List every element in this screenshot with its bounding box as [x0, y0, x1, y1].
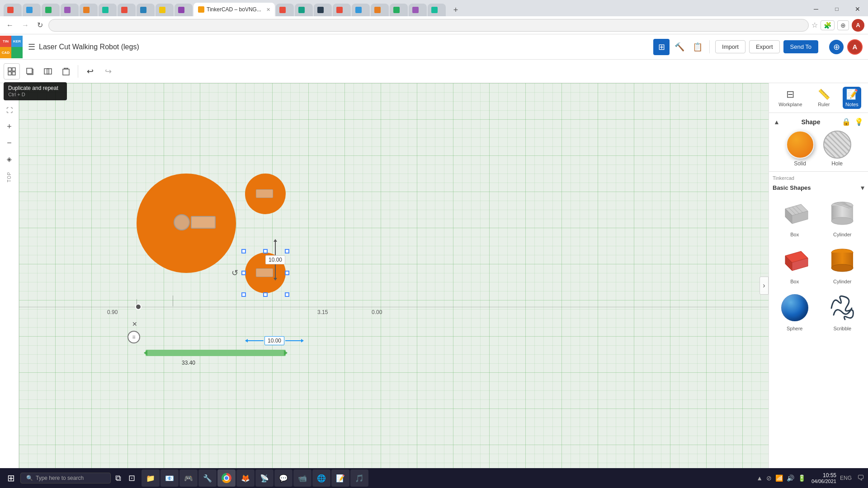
- shape-item-box-gray[interactable]: Box: [773, 196, 817, 239]
- shape-option-solid[interactable]: Solid: [786, 131, 814, 167]
- back-btn[interactable]: ←: [4, 20, 16, 30]
- tab-14[interactable]: [333, 4, 351, 16]
- tray-icon-1[interactable]: ▲: [756, 474, 763, 482]
- copy-btn[interactable]: [22, 63, 38, 80]
- start-btn[interactable]: ⊞: [4, 471, 19, 485]
- tab-4[interactable]: [61, 4, 79, 16]
- hammer-btn[interactable]: 🔨: [671, 39, 688, 55]
- tray-icon-2[interactable]: ⊘: [766, 474, 772, 482]
- zoom-in-btn[interactable]: +: [2, 119, 17, 134]
- tab-9[interactable]: [156, 4, 174, 16]
- shape-item-sphere[interactable]: Sphere: [773, 290, 817, 333]
- taskbar-app-5[interactable]: 🦊: [236, 469, 255, 487]
- dim-label-horizontal: 10.00: [264, 336, 284, 345]
- layers-btn[interactable]: 📋: [689, 39, 706, 55]
- task-view-btn[interactable]: ⧉: [113, 472, 124, 485]
- tab-3[interactable]: [42, 4, 60, 16]
- canvas-area[interactable]: ↺ 10.00 10.00: [19, 83, 769, 488]
- tab-17[interactable]: [390, 4, 408, 16]
- rotate-handle[interactable]: ↺: [231, 268, 238, 278]
- taskbar-app-10[interactable]: 📝: [331, 469, 349, 487]
- workplane-tool[interactable]: ⊟ Workplane: [776, 87, 805, 109]
- send-to-btn[interactable]: Send To: [783, 40, 818, 53]
- shape-item-scribble[interactable]: Scribble: [821, 290, 865, 333]
- tab-12[interactable]: [295, 4, 313, 16]
- tray-icon-network[interactable]: 📶: [775, 474, 783, 482]
- fit-view-btn[interactable]: ⛶: [2, 103, 17, 117]
- tab-10[interactable]: [175, 4, 193, 16]
- search-btn[interactable]: 🔍 Type here to search: [20, 473, 111, 483]
- tab-11[interactable]: [276, 4, 294, 16]
- taskbar-app-3[interactable]: 🎮: [179, 469, 198, 487]
- taskbar-app-6[interactable]: 📡: [255, 469, 274, 487]
- taskbar-app-1[interactable]: 📁: [142, 469, 160, 487]
- tab-15[interactable]: [352, 4, 370, 16]
- shape-small-circle-top[interactable]: [245, 174, 286, 214]
- tab-13[interactable]: [314, 4, 332, 16]
- import-btn[interactable]: Import: [715, 40, 745, 53]
- tab-16[interactable]: [371, 4, 389, 16]
- forward-btn[interactable]: →: [19, 20, 32, 30]
- tab-6[interactable]: [99, 4, 117, 16]
- taskbar-app-7[interactable]: 💬: [274, 469, 292, 487]
- maximize-btn[interactable]: □: [826, 2, 847, 16]
- grid-view-btn[interactable]: ⊞: [653, 39, 670, 55]
- undo-btn[interactable]: ↩: [82, 63, 98, 80]
- taskbar-app-11[interactable]: 🎵: [350, 469, 368, 487]
- group-btn[interactable]: [40, 63, 56, 80]
- shape-item-box-red[interactable]: Box: [773, 243, 817, 286]
- canvas-circle-menu[interactable]: ≡: [127, 331, 140, 343]
- taskbar-app-4[interactable]: 🔧: [198, 469, 217, 487]
- user-avatar-nav[interactable]: A: [852, 19, 864, 32]
- zoom-out-btn[interactable]: −: [2, 136, 17, 150]
- shape-item-cyl-orange[interactable]: Cylinder: [821, 243, 865, 286]
- notification-btn[interactable]: 🗨: [857, 474, 864, 482]
- view-cube-btn[interactable]: ◈: [2, 152, 17, 166]
- bookmark-btn[interactable]: ☆: [811, 21, 818, 29]
- extensions-btn[interactable]: 🧩: [821, 20, 835, 30]
- address-bar[interactable]: tinkercad.com/things/boVNGaqN3Y8-epic-ha…: [48, 19, 809, 32]
- delete-btn[interactable]: [58, 63, 74, 80]
- ruler-tool[interactable]: 📏 Ruler: [815, 87, 833, 109]
- tab-2[interactable]: [23, 4, 41, 16]
- minimize-btn[interactable]: ─: [806, 2, 826, 16]
- collapse-icon[interactable]: ▲: [774, 118, 780, 126]
- notes-tool[interactable]: 📝 Notes: [843, 87, 861, 109]
- tray-icon-battery[interactable]: 🔋: [798, 474, 806, 482]
- lightbulb-icon[interactable]: 💡: [854, 117, 863, 126]
- tab-18[interactable]: [409, 4, 427, 16]
- tab-8[interactable]: [137, 4, 155, 16]
- add-user-btn[interactable]: ⊕: [829, 40, 844, 54]
- shape-option-hole[interactable]: Hole: [823, 131, 851, 167]
- export-btn[interactable]: Export: [749, 40, 780, 53]
- taskbar-app-8[interactable]: 📹: [293, 469, 311, 487]
- redo-btn[interactable]: ↪: [100, 63, 116, 80]
- canvas-chevron-right[interactable]: ›: [760, 277, 769, 295]
- tab-7[interactable]: [118, 4, 136, 16]
- close-btn[interactable]: ✕: [847, 2, 868, 16]
- taskbar-app-2[interactable]: 📧: [160, 469, 179, 487]
- library-source: Tinkercad: [773, 175, 794, 181]
- tab-19[interactable]: [428, 4, 446, 16]
- tab-5[interactable]: [80, 4, 98, 16]
- user-avatar[interactable]: A: [847, 39, 863, 55]
- taskbar-app-chrome[interactable]: [217, 469, 236, 487]
- clock[interactable]: 10:55 04/06/2021: [809, 472, 836, 484]
- tab-new[interactable]: +: [448, 4, 463, 16]
- refresh-btn[interactable]: ↻: [34, 20, 46, 30]
- shape-large-circle[interactable]: [137, 174, 236, 273]
- taskbar-app-9[interactable]: 🌐: [312, 469, 330, 487]
- profile-btn[interactable]: ⊕: [837, 20, 849, 30]
- new-shape-btn[interactable]: [4, 63, 20, 80]
- library-dropdown-icon[interactable]: ▾: [861, 183, 864, 192]
- tab-close-active[interactable]: ✕: [266, 7, 270, 13]
- lock-icon[interactable]: 🔒: [842, 117, 851, 126]
- tray-icon-sound[interactable]: 🔊: [787, 474, 794, 482]
- list-view-icon[interactable]: ☰: [28, 42, 35, 52]
- tinkercad-logo[interactable]: TIN KER CAD: [0, 36, 23, 58]
- tab-1[interactable]: [4, 4, 22, 16]
- tray-icon-eng[interactable]: ENG: [840, 475, 852, 481]
- shape-item-cyl-gray[interactable]: Cylinder: [821, 196, 865, 239]
- tab-active[interactable]: TinkerCAD – boVNG... ✕: [193, 3, 275, 16]
- widgets-btn[interactable]: ⊡: [126, 471, 138, 485]
